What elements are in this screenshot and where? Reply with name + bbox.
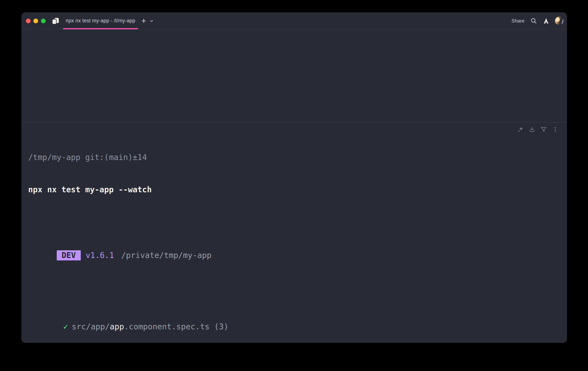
- terminal-output[interactable]: /tmp/my-app git:(main)±14 npx nx test my…: [28, 132, 561, 371]
- vitest-dev-line: DEVv1.6.1/private/tmp/my-app: [28, 240, 561, 270]
- block-divider: [21, 122, 567, 123]
- check-icon: ✓: [63, 322, 68, 331]
- active-tab-indicator: [63, 28, 138, 29]
- titlebar-right-controls: Share: [512, 12, 564, 29]
- shell-prompt: /tmp/my-app git:(main)±14: [28, 152, 561, 162]
- share-button[interactable]: Share: [512, 18, 525, 24]
- test-suite-row: ✓AppComponent(3): [28, 362, 561, 371]
- terminal-window: npx nx test my-app - /t/my-app + Share: [21, 12, 567, 343]
- dev-badge: DEV: [57, 250, 81, 260]
- maximize-window-button[interactable]: [41, 19, 46, 23]
- close-window-button[interactable]: [26, 19, 31, 23]
- avatar[interactable]: [555, 17, 564, 25]
- tab-title: npx nx test my-app - /t/my-app: [66, 18, 136, 24]
- command-text: npx nx test my-app --watch: [28, 185, 561, 195]
- vitest-cwd: /private/tmp/my-app: [121, 251, 211, 260]
- new-tab-button[interactable]: +: [139, 12, 148, 29]
- minimize-window-button[interactable]: [33, 19, 38, 23]
- warp-ai-icon[interactable]: [543, 18, 549, 24]
- traffic-lights: [26, 12, 46, 29]
- search-icon[interactable]: [530, 17, 537, 24]
- titlebar: npx nx test my-app - /t/my-app + Share: [21, 12, 567, 29]
- workspace-pages-icon[interactable]: [51, 17, 60, 25]
- terminal-tab[interactable]: npx nx test my-app - /t/my-app: [63, 12, 138, 29]
- vitest-version: v1.6.1: [86, 251, 114, 260]
- chevron-down-icon[interactable]: [149, 19, 154, 23]
- test-file-row: ✓src/app/app.component.spec.ts(3): [28, 311, 561, 342]
